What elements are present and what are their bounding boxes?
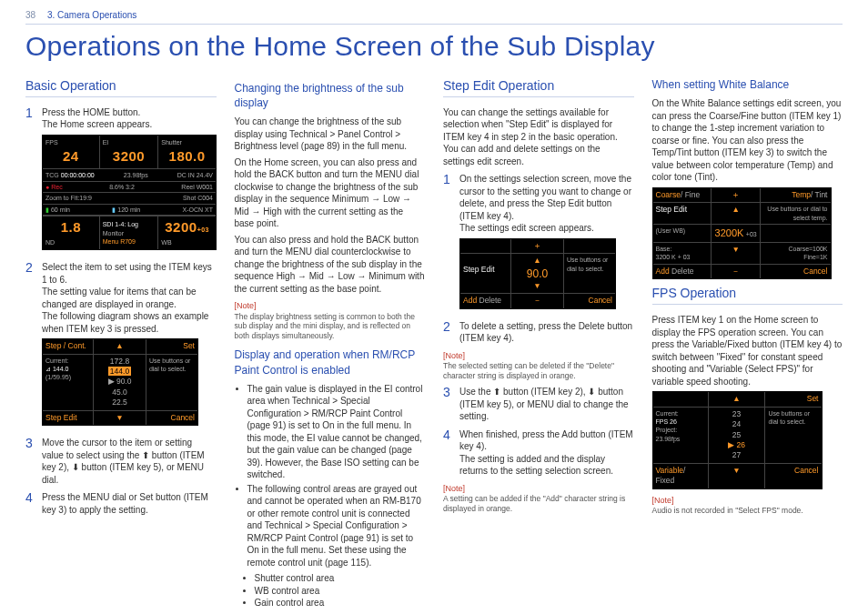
- step-4: 4 Press the MENU dial or Set button (ITE…: [25, 491, 217, 516]
- codec: X-OCN XT: [183, 206, 213, 214]
- step-edit-btn: Step Edit: [43, 411, 94, 425]
- cancel-btn: Cancel: [761, 265, 830, 278]
- step-3: 3 Use the ⬆ button (ITEM key 2), ⬇ butto…: [443, 386, 634, 423]
- tcg-label: TCG: [45, 172, 59, 178]
- up-icon: ▲: [712, 203, 762, 224]
- coarse: Coarse: [656, 190, 681, 199]
- hint: Use buttons or dial to select temp.: [761, 203, 830, 224]
- temp: Temp: [792, 190, 811, 199]
- opt: 23: [712, 409, 762, 419]
- fine-val: Fine=1K: [763, 253, 827, 261]
- opt: 172.8: [96, 357, 143, 367]
- current-angle: ⊿ 144.0: [45, 365, 90, 373]
- note-label: [Note]: [443, 483, 634, 494]
- hint: Use buttons or dial to select.: [765, 408, 821, 463]
- step-edit-label: Step Edit: [653, 203, 712, 224]
- step-text: Move the cursor to the item or setting v…: [42, 437, 217, 486]
- hint: Use buttons or dial to select.: [564, 254, 615, 293]
- cache: 60 min: [51, 206, 70, 213]
- set-btn: Set: [146, 339, 197, 353]
- lut-l: Monitor: [103, 229, 156, 237]
- body-text: You can change the brightness of the sub…: [235, 116, 426, 153]
- step-text: The setting is added and the display ret…: [459, 453, 634, 478]
- wb-offset: +03: [746, 231, 757, 237]
- current-label: Current:: [656, 409, 705, 418]
- up-icon: ▲: [514, 256, 560, 266]
- note-text: The display brightness setting is common…: [235, 312, 426, 341]
- cancel-btn: Cancel: [146, 411, 197, 425]
- plus-btn: ＋: [511, 239, 564, 253]
- step-text: Press the MENU dial or Set button (ITEM …: [42, 491, 217, 516]
- sdi: SDI 1-4: Log: [103, 220, 156, 228]
- down-icon: ▼: [712, 243, 762, 264]
- step-text: When finished, press the Add button (ITE…: [459, 428, 634, 453]
- step-2: 2 To delete a setting, press the Delete …: [443, 320, 634, 345]
- step-number: 2: [25, 261, 36, 431]
- add-btn: Add: [656, 267, 670, 276]
- step-1: 1 On the settings selection screen, move…: [443, 173, 634, 315]
- opt: 27: [712, 450, 762, 460]
- col-wb-fps: When setting White Balance On the White …: [652, 74, 843, 611]
- note-label: [Note]: [235, 300, 426, 311]
- heading-basic-operation: Basic Operation: [25, 77, 217, 97]
- opt-selected: 26: [736, 440, 744, 449]
- current-rate: (1/59.95): [45, 373, 90, 381]
- project-label: Project:: [656, 426, 705, 434]
- aspect: 8.6% 3:2: [109, 183, 135, 191]
- sub-bullet: WB control area: [255, 585, 426, 598]
- wb-value: 3200: [165, 219, 197, 235]
- heading-brightness: Changing the brightness of the sub displ…: [235, 81, 426, 110]
- note-text: Audio is not recorded in "Select FPS" mo…: [652, 506, 843, 516]
- shot: Shot C004: [183, 194, 213, 202]
- step-text: Use the ⬆ button (ITEM key 2), ⬇ button …: [459, 386, 634, 423]
- cancel-btn: Cancel: [564, 294, 615, 307]
- step-4: 4 When finished, press the Add button (I…: [443, 428, 634, 478]
- bullet: The gain value is displayed in the EI co…: [247, 383, 426, 481]
- add-btn: Add: [463, 296, 477, 305]
- hint: Use buttons or dial to select.: [146, 355, 197, 410]
- zoom: Zoom to Fit:19:9: [45, 194, 92, 202]
- lcd-white-balance: Coarse/ Fine ＋ Temp/ Tint Step Edit ▲ Us…: [652, 187, 832, 280]
- down-icon: ▼: [514, 281, 560, 291]
- bullet: The following control areas are grayed o…: [247, 483, 426, 569]
- cancel-btn: Cancel: [765, 464, 821, 488]
- base-label: Base:: [656, 245, 708, 253]
- sub-bullet: Shutter control area: [255, 572, 426, 585]
- project-rate: 23.98fps: [656, 435, 705, 443]
- heading-rmrcp: Display and operation when RM/RCP Paint …: [235, 347, 426, 377]
- chapter-title: 3. Camera Operations: [47, 10, 136, 20]
- step-number: 2: [443, 320, 454, 345]
- variable: Variable: [656, 466, 684, 475]
- timecode: 00:00:00:00: [61, 172, 95, 178]
- columns: Basic Operation 1 Press the HOME button.…: [25, 74, 843, 611]
- step-cont: Step / Cont.: [43, 339, 94, 353]
- lcd-home-screen: FPS24 EI3200 Shutter180.0 TCG 00:00:00:0…: [42, 135, 217, 250]
- ei-value: 3200: [103, 147, 156, 166]
- col-step-edit: Step Edit Operation You can change the s…: [443, 74, 634, 611]
- running-header: 38 3. Camera Operations: [25, 9, 843, 25]
- fine: / Fine: [681, 190, 700, 199]
- note-text: The selected setting can be deleted if t…: [443, 361, 634, 380]
- current-label: Current:: [45, 357, 90, 365]
- intro-text: You can change the settings available fo…: [443, 106, 634, 168]
- reel: Reel W001: [181, 184, 213, 190]
- step-2: 2 Select the item to set using the ITEM …: [25, 261, 217, 431]
- heading-step-edit: Step Edit Operation: [443, 77, 634, 97]
- step-text: The following diagram shows an example w…: [42, 310, 217, 335]
- step-text: The settings edit screen appears.: [459, 222, 634, 235]
- heading-fps: FPS Operation: [652, 285, 843, 305]
- body-text: On the White Balance settings edit scree…: [652, 97, 843, 184]
- delete-btn: Delete: [479, 296, 502, 305]
- body-text: On the Home screen, you can also press a…: [235, 156, 426, 230]
- fps-value: 24: [45, 147, 96, 166]
- note-text: A setting can be added if the "Add" char…: [443, 494, 634, 513]
- lcd-fps: ▲ Set Current: FPS 26 Project: 23.98fps …: [652, 391, 823, 489]
- col-basic-operation: Basic Operation 1 Press the HOME button.…: [25, 74, 217, 611]
- step-text: On the settings selection screen, move t…: [459, 173, 634, 222]
- lcd-step-select: Step / Cont. ▲ Set Current: ⊿ 144.0 (1/5…: [42, 338, 198, 426]
- step-number: 3: [25, 437, 36, 486]
- wb-offset: +03: [197, 226, 209, 233]
- nd-label: ND: [45, 239, 55, 246]
- opt: 22.5: [96, 398, 143, 408]
- sub-bullet: Gain control area: [255, 597, 426, 609]
